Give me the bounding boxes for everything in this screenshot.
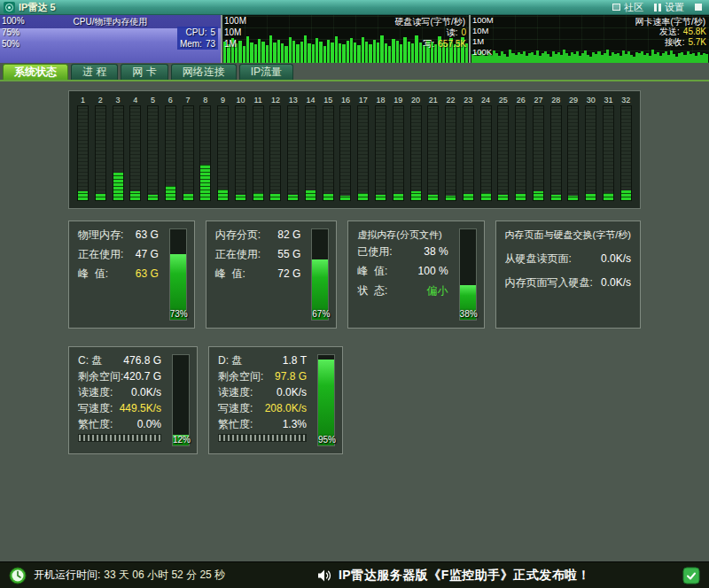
core-fill — [428, 195, 438, 200]
core-bar — [253, 105, 264, 201]
stat-row: 剩余空间:420.7 G — [78, 370, 161, 383]
chart-bar — [392, 39, 394, 63]
core-bar — [480, 105, 492, 201]
panel-virtual-memory: 虚拟内存(分页文件) 已使用:38 %峰 值:100 %状 态:偏小 38% — [347, 220, 484, 329]
cpu-cores-panel: 1234567891011121314151617181920212223242… — [68, 90, 641, 209]
core-bar — [393, 105, 404, 201]
core-number: 8 — [203, 95, 207, 105]
core-fill — [323, 194, 333, 200]
core-number: 10 — [236, 95, 245, 105]
physical-memory-gauge: 73% — [169, 228, 187, 321]
tab-network-connections[interactable]: 网络连接 — [171, 64, 237, 80]
stat-label: CPU: — [186, 27, 207, 37]
core-number: 9 — [221, 95, 225, 105]
core-fill — [446, 196, 456, 200]
core-bar — [567, 105, 579, 201]
stat-label: 峰 值: — [357, 265, 387, 278]
core-number: 5 — [151, 95, 155, 105]
stat-value: 45.8K — [683, 27, 706, 36]
chart-bar — [339, 43, 341, 63]
top-charts: 100%75%50% CPU/物理内存使用 CPU:5Mem:73 100M10… — [0, 15, 709, 63]
settings-button[interactable]: 设置 — [654, 1, 684, 14]
scale-label: 100M — [472, 15, 494, 26]
stat-value: 5.7K — [688, 37, 706, 47]
drive-c-busy-meter — [78, 434, 161, 442]
chart-bar — [277, 40, 280, 63]
page-swap-stats: 从硬盘读页面:0.0K/s内存页面写入硬盘:0.0K/s — [505, 252, 631, 290]
core-fill — [358, 193, 368, 200]
window-title: IP雷达 5 — [19, 1, 56, 14]
stat-row: 内存分页:82 G — [215, 228, 301, 242]
chart-bar — [269, 35, 272, 63]
stat-row: C: 盘476.8 G — [78, 354, 161, 367]
core-fill — [270, 194, 280, 200]
chart-bar — [258, 39, 261, 63]
core-gauge-31: 31 — [602, 95, 615, 208]
core-bar — [199, 105, 211, 201]
panel-drive-c: C: 盘476.8 G剩余空间:420.7 G读速度:0.0K/s写速度:449… — [68, 346, 198, 454]
core-fill — [516, 194, 526, 200]
core-fill — [568, 196, 578, 200]
core-bar — [497, 105, 509, 201]
tab-ip-traffic[interactable]: IP流量 — [239, 64, 293, 80]
core-number: 22 — [447, 95, 456, 105]
core-number: 19 — [393, 95, 402, 105]
core-number: 15 — [323, 95, 332, 105]
app-badge-icon[interactable] — [682, 567, 700, 584]
stat-value: 657.5K — [438, 39, 466, 49]
core-bar — [550, 105, 562, 201]
core-bar — [585, 105, 596, 201]
stat-row: 读速度:0.0K/s — [78, 386, 161, 398]
stat-row: 峰 值:100 % — [357, 265, 448, 278]
core-gauge-2: 2 — [94, 95, 107, 208]
core-fill — [340, 196, 350, 200]
chart-bar — [327, 40, 330, 63]
stat-row: 已使用:38 % — [357, 245, 448, 259]
core-bar — [323, 105, 334, 201]
tab-nic[interactable]: 网 卡 — [121, 64, 168, 80]
stat-label: D: 盘 — [218, 354, 242, 367]
chart-bar — [254, 44, 257, 63]
tab-system-status[interactable]: 系统状态 — [3, 64, 68, 80]
core-fill — [288, 195, 298, 200]
core-fill — [481, 193, 491, 200]
core-number: 2 — [98, 95, 103, 105]
scale-label: 1M — [224, 38, 246, 50]
nic-chart-legend: 发送:45.8K接收:5.7K — [659, 27, 706, 48]
stat-value: 73 — [206, 39, 215, 49]
chart-bar — [419, 43, 422, 63]
chart-bar — [312, 44, 315, 63]
chart-bar — [316, 38, 318, 63]
speaker-icon[interactable] — [317, 569, 331, 582]
stat-row: 剩余空间:97.8 G — [218, 370, 307, 383]
stat-label: 峰 值: — [78, 267, 108, 281]
core-number: 29 — [569, 95, 578, 105]
chart-bar — [400, 44, 402, 63]
stat-label: 峰 值: — [215, 267, 245, 281]
disk-io-chart: 100M10M1M 硬盘读写(字节/秒) 读:0写:657.5K — [221, 15, 469, 63]
chart-bar — [266, 45, 269, 63]
core-number: 27 — [534, 95, 542, 105]
tab-processes[interactable]: 进 程 — [71, 64, 118, 80]
community-button[interactable]: 社区 — [612, 1, 643, 14]
announcement-text[interactable]: IP雷达服务器版《F监控助手》正式发布啦！ — [339, 568, 590, 584]
core-gauge-30: 30 — [584, 95, 597, 208]
core-gauge-4: 4 — [129, 95, 142, 208]
stat-value: 47 G — [136, 248, 159, 261]
chart-bar — [250, 43, 253, 63]
stat-row: 状 态:偏小 — [357, 284, 448, 298]
tray-button[interactable] — [695, 4, 702, 11]
chart-bar — [342, 44, 345, 63]
stat-value: 82 G — [277, 228, 300, 242]
disk-chart-scale: 100M10M1M — [224, 15, 246, 50]
statusbar: 开机运行时间:33 天 06 小时 52 分 25 秒 IP雷达服务器版《F监控… — [0, 561, 709, 588]
chart-bar — [292, 41, 295, 63]
core-fill — [183, 194, 193, 200]
stat-label: 写速度: — [78, 402, 113, 414]
chart-bar — [296, 44, 299, 63]
chart-bar — [284, 46, 287, 63]
core-number: 6 — [168, 95, 173, 105]
stat-row: 写:657.5K — [424, 38, 466, 50]
core-bar — [269, 105, 281, 201]
gauge-percent-label: 95% — [318, 435, 334, 445]
